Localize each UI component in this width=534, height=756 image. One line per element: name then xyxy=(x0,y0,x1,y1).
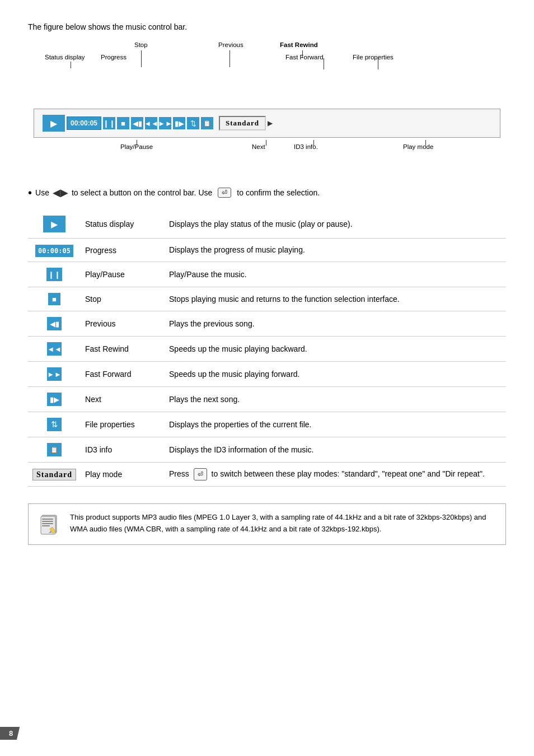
status-display-icon: ▶ xyxy=(43,216,65,232)
label-cell: Play mode xyxy=(81,463,165,487)
id3-bottom-label: ID3 info. xyxy=(294,143,318,150)
rew-btn-diagram: ◄◄ xyxy=(145,117,157,129)
page-number: 8 xyxy=(0,727,20,740)
enter-key-icon: ⏎ xyxy=(218,188,231,198)
progress-label: Progress xyxy=(101,54,127,60)
bullet-point: • xyxy=(28,187,32,198)
desc-cell: Speeds up the music playing forward. xyxy=(165,362,506,387)
label-cell: Status display xyxy=(81,210,165,239)
icon-cell: ■ xyxy=(28,287,81,311)
play-pause-icon: ❙❙ xyxy=(46,268,62,281)
file-properties-icon: ⇅ xyxy=(47,418,62,431)
table-row: ■ Stop Stops playing music and returns t… xyxy=(28,287,506,311)
icon-cell: ►► xyxy=(28,362,81,387)
table-row: 📋 ID3 info Displays the ID3 information … xyxy=(28,437,506,463)
id3-btn-diagram: 📋 xyxy=(201,117,213,129)
file-properties-label: File properties xyxy=(353,54,394,60)
standard-icon: Standard xyxy=(32,469,76,480)
svg-rect-2 xyxy=(42,519,53,520)
label-cell: Fast Forward xyxy=(81,362,165,387)
controls-group: ❙❙ ■ ◀▮ ◄◄ ►► ▮▶ ⇅ 📋 Standard ▶ xyxy=(103,116,491,130)
play-button-diagram: ▶ xyxy=(43,115,65,132)
fast-rewind-icon: ◄◄ xyxy=(47,342,62,356)
table-row: 00:00:05 Progress Displays the progress … xyxy=(28,239,506,262)
desc-cell: Displays the properties of the current f… xyxy=(165,412,506,437)
table-row: ◀▮ Previous Plays the previous song. xyxy=(28,311,506,337)
table-row: Standard Play mode Press ⏎ to switch bet… xyxy=(28,463,506,487)
table-row: ⇅ File properties Displays the propertie… xyxy=(28,412,506,437)
instruction-row: • Use ◀▶ to select a button on the contr… xyxy=(28,186,506,199)
fast-rewind-label: Fast Rewind xyxy=(280,41,318,48)
standard-btn-diagram: Standard xyxy=(219,116,266,130)
svg-rect-4 xyxy=(42,523,53,524)
icon-cell: ▶ xyxy=(28,210,81,239)
icon-cell: 📋 xyxy=(28,437,81,463)
label-cell: Progress xyxy=(81,239,165,262)
table-row: ▶ Status display Displays the play statu… xyxy=(28,210,506,239)
label-cell: Stop xyxy=(81,287,165,311)
next-btn-diagram: ▮▶ xyxy=(173,117,185,129)
control-bar-diagram: Stop Previous Fast Rewind Progress Fast … xyxy=(28,41,506,171)
label-cell: File properties xyxy=(81,412,165,437)
desc-cell: Displays the progress of music playing. xyxy=(165,239,506,262)
stop-btn-diagram: ■ xyxy=(117,117,129,129)
fast-forward-label: Fast Forward xyxy=(285,54,324,60)
next-bottom-label: Next xyxy=(252,143,265,150)
id3-icon: 📋 xyxy=(47,443,62,456)
fast-forward-icon: ►► xyxy=(47,367,62,381)
bullet-text-after: to confirm the selection. xyxy=(237,188,320,197)
icon-cell: ◄◄ xyxy=(28,337,81,362)
desc-cell: Displays the play status of the music (p… xyxy=(165,210,506,239)
icon-cell: ⇅ xyxy=(28,412,81,437)
svg-rect-5 xyxy=(42,525,50,526)
time-display-diagram: 00:00:05 xyxy=(67,116,101,130)
desc-cell: Plays the next song. xyxy=(165,387,506,412)
arrow-right-diagram: ▶ xyxy=(268,119,273,127)
desc-cell: Displays the ID3 information of the musi… xyxy=(165,437,506,463)
prev-btn-diagram: ◀▮ xyxy=(131,117,143,129)
left-right-arrows: ◀▶ xyxy=(53,186,68,199)
table-row: ▮▶ Next Plays the next song. xyxy=(28,387,506,412)
icon-cell: Standard xyxy=(28,463,81,487)
page-number-area: 8 xyxy=(0,727,45,745)
pause-btn-diagram: ❙❙ xyxy=(103,117,115,129)
note-icon xyxy=(38,512,62,536)
desc-cell: Stops playing music and returns to the f… xyxy=(165,287,506,311)
stop-icon: ■ xyxy=(48,293,60,305)
progress-icon: 00:00:05 xyxy=(35,245,73,257)
icon-cell: ❙❙ xyxy=(28,262,81,287)
feature-table: ▶ Status display Displays the play statu… xyxy=(28,210,506,487)
intro-text: The figure below shows the music control… xyxy=(28,22,506,31)
previous-label: Previous xyxy=(218,41,243,48)
desc-cell: Plays the previous song. xyxy=(165,311,506,337)
table-row: ►► Fast Forward Speeds up the music play… xyxy=(28,362,506,387)
status-display-label: Status display xyxy=(45,54,85,60)
icon-cell: 00:00:05 xyxy=(28,239,81,262)
play-mode-bottom-label: Play mode xyxy=(403,143,433,150)
label-cell: Play/Pause xyxy=(81,262,165,287)
next-icon: ▮▶ xyxy=(47,393,62,406)
label-cell: ID3 info xyxy=(81,437,165,463)
label-cell: Previous xyxy=(81,311,165,337)
fwd-btn-diagram: ►► xyxy=(159,117,171,129)
icon-cell: ▮▶ xyxy=(28,387,81,412)
desc-cell: Speeds up the music playing backward. xyxy=(165,337,506,362)
previous-icon: ◀▮ xyxy=(47,317,62,330)
label-cell: Next xyxy=(81,387,165,412)
props-btn-diagram: ⇅ xyxy=(187,117,199,129)
desc-cell: Play/Pause the music. xyxy=(165,262,506,287)
desc-cell: Press ⏎ to switch between these play mod… xyxy=(165,463,506,487)
enter-key-inline: ⏎ xyxy=(194,468,207,480)
table-row: ◄◄ Fast Rewind Speeds up the music playi… xyxy=(28,337,506,362)
note-text: This product supports MP3 audio files (M… xyxy=(70,512,496,535)
table-row: ❙❙ Play/Pause Play/Pause the music. xyxy=(28,262,506,287)
note-box: This product supports MP3 audio files (M… xyxy=(28,503,506,545)
stop-label: Stop xyxy=(134,41,148,48)
bullet-text-before: Use xyxy=(35,188,49,197)
icon-cell: ◀▮ xyxy=(28,311,81,337)
label-cell: Fast Rewind xyxy=(81,337,165,362)
control-bar-visual: ▶ 00:00:05 ❙❙ ■ ◀▮ ◄◄ ►► ▮▶ ⇅ 📋 Standard… xyxy=(34,109,500,138)
bullet-text-middle: to select a button on the control bar. U… xyxy=(72,188,212,197)
svg-rect-3 xyxy=(42,521,53,522)
